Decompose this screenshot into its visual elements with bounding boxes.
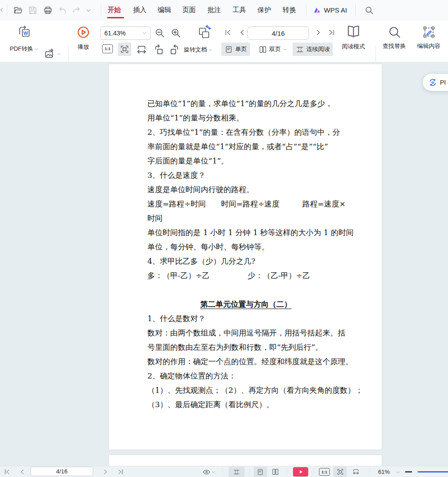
rotate-right-icon[interactable] (169, 44, 181, 56)
zoom-combobox[interactable]: 61.43% (100, 26, 151, 40)
tab-home[interactable]: 开始 (108, 6, 121, 14)
sb-continuous-reading-button[interactable] (228, 467, 245, 477)
tab-page[interactable]: 页面 (182, 6, 196, 14)
fit-width-icon[interactable] (136, 44, 147, 56)
sb-first-page-icon[interactable] (4, 468, 10, 475)
actual-size-button[interactable]: 1:1 (102, 44, 113, 53)
zoom-out-icon[interactable] (154, 27, 165, 39)
play-triangle-icon (298, 469, 303, 474)
save-icon[interactable] (28, 5, 38, 15)
doc-line: 多：（甲-乙）÷乙 少：（乙-甲）÷乙 (147, 268, 357, 283)
chevron-down-icon[interactable] (86, 8, 91, 13)
divider (369, 468, 370, 476)
doc-line: 速度=路程÷时间 时间=路程÷速度 路程=速度× (147, 197, 357, 211)
tab-edit[interactable]: 编辑 (158, 6, 171, 14)
pdf-convert-label: PDF转换 (10, 45, 33, 53)
chevron-down-icon[interactable] (396, 470, 400, 474)
tab-protect[interactable]: 保护 (258, 6, 271, 14)
convert-refresh-icon: W (428, 78, 437, 87)
find-replace-label: 查找替换 (383, 42, 406, 50)
play-button[interactable]: 播放 (72, 25, 95, 51)
chevron-down-icon (57, 52, 61, 56)
first-page-icon[interactable] (224, 29, 232, 36)
sb-play-button[interactable] (293, 467, 308, 477)
view-mode-button[interactable] (202, 468, 215, 476)
fit-page-button[interactable] (118, 43, 131, 56)
sb-next-page-icon[interactable] (102, 468, 109, 475)
sb-fit-page-button[interactable] (333, 467, 347, 477)
continuous-reading-icon (296, 45, 304, 54)
doc-line: 率前面的量就是单位“1”对应的量，或者“占”“是”“比” (147, 139, 357, 154)
zoom-in-icon[interactable] (170, 27, 181, 39)
tab-home-underline (107, 17, 124, 18)
tab-convert[interactable]: 转换 (283, 6, 296, 14)
continuous-reading-button[interactable]: 连续阅读 (293, 43, 333, 56)
undo-icon[interactable] (58, 6, 67, 15)
wps-ai-button[interactable]: WPS AI (324, 6, 347, 14)
fit-page-icon (120, 44, 129, 54)
find-replace-button[interactable]: 查找替换 (380, 25, 409, 50)
collapse-arrow-icon[interactable] (0, 7, 5, 13)
zoom-decrease-button[interactable] (405, 471, 412, 473)
doc-line: 数对：由两个数组成，中间用逗号隔开，用括号括起来。括 (147, 326, 357, 340)
doc-line: 用单位“1”的量与分数相乘。 (147, 111, 357, 125)
export-image-button[interactable] (44, 48, 61, 60)
doc-line: 速度是单位时间内行驶的路程。 (147, 182, 357, 197)
rotate-document-button[interactable]: 旋转文档 (184, 46, 212, 54)
reading-mode-button[interactable]: 阅读模式 (339, 24, 368, 51)
pdf-page-4[interactable]: 已知单位“1”的量，求单位“1”的量的几分之几是多少，用单位“1”的量与分数相乘… (108, 64, 382, 450)
divider (101, 4, 101, 16)
single-page-label: 单页 (235, 45, 247, 53)
tab-tools[interactable]: 工具 (233, 6, 246, 14)
doc-line: 3、什么是速度？ (147, 168, 357, 182)
chevron-down-icon (34, 47, 39, 51)
single-page-icon (224, 45, 233, 54)
sb-fit-width-icon[interactable] (352, 468, 360, 476)
divider (314, 468, 314, 476)
swap-pages-icon[interactable] (196, 24, 213, 43)
redo-icon[interactable] (72, 6, 81, 15)
zoom-percentage[interactable]: 61% (378, 468, 390, 475)
sb-double-page-icon[interactable] (271, 468, 279, 476)
edit-content-icon (422, 25, 436, 39)
chevron-down-icon (142, 31, 146, 35)
eye-icon (202, 468, 211, 476)
doc-line: 时间 (147, 211, 357, 225)
sb-actual-size-button[interactable]: 1:1 (319, 468, 330, 476)
edit-content-label: 编辑内容 (417, 42, 440, 50)
double-page-button[interactable]: 双页 (255, 43, 290, 56)
open-icon[interactable] (13, 5, 23, 15)
page-number-input[interactable] (247, 26, 309, 40)
previous-page-icon[interactable] (238, 29, 246, 36)
doc-content: 已知单位“1”的量，求单位“1”的量的几分之几是多少，用单位“1”的量与分数相乘… (147, 96, 357, 412)
doc-line: 单位时间指的是 1 小时 1 分钟 1 秒等这样的大小为 1 的时间 (147, 225, 357, 240)
doc-line: 2、巧找单位“1”的量：在含有分数（分率）的语句中，分 (147, 125, 357, 139)
floating-convert-label: PI (440, 79, 446, 86)
zoom-value: 61.43% (104, 30, 125, 37)
sb-page-number-input[interactable] (30, 467, 93, 476)
next-page-icon[interactable] (314, 29, 322, 36)
last-page-icon[interactable] (328, 29, 336, 36)
chevron-down-icon (283, 47, 287, 52)
sb-single-page-button[interactable] (254, 467, 267, 477)
double-page-label: 双页 (269, 45, 281, 53)
tab-comment[interactable]: 批注 (207, 6, 221, 14)
fit-page-icon (336, 468, 344, 476)
status-bar: 1:1 61% (0, 466, 448, 477)
divider (7, 4, 7, 16)
divider (287, 468, 287, 476)
search-icon[interactable] (364, 5, 374, 15)
pdf-page-5-sliver[interactable] (108, 455, 382, 466)
single-page-button[interactable]: 单页 (221, 43, 250, 56)
pdf-convert-button[interactable]: W PDF转换 (4, 24, 44, 53)
print-icon[interactable] (43, 5, 53, 15)
document-canvas[interactable]: 已知单位“1”的量，求单位“1”的量的几分之几是多少，用单位“1”的量与分数相乘… (0, 62, 448, 466)
edit-content-button[interactable]: 编辑内容 (413, 25, 444, 50)
zoom-slider[interactable] (418, 471, 448, 473)
floating-convert-button[interactable]: W PI (423, 74, 448, 91)
continuous-reading-icon (233, 468, 240, 476)
tab-insert[interactable]: 插入 (133, 6, 146, 14)
sb-last-page-icon[interactable] (117, 468, 124, 475)
sb-previous-page-icon[interactable] (19, 468, 26, 475)
rotate-left-icon[interactable] (153, 44, 164, 56)
